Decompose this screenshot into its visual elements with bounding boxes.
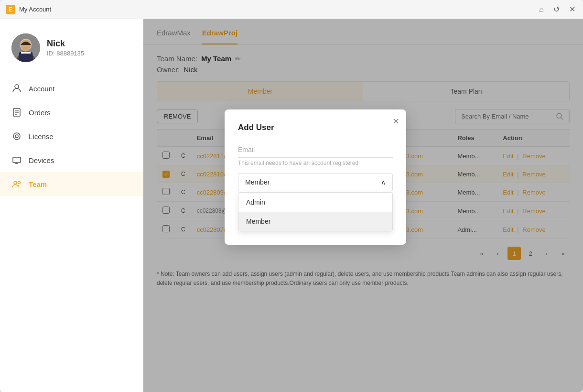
titlebar: E My Account ⌂ ↺ ✕ xyxy=(0,0,583,19)
email-input[interactable] xyxy=(238,142,393,158)
user-id: ID: 88889135 xyxy=(47,50,84,57)
license-icon xyxy=(11,131,22,142)
svg-point-16 xyxy=(14,181,17,184)
app-icon: E xyxy=(6,5,15,14)
refresh-button[interactable]: ↺ xyxy=(551,4,561,15)
svg-rect-5 xyxy=(21,52,31,54)
role-dropdown: Admin Member xyxy=(238,192,393,231)
svg-point-12 xyxy=(15,135,18,138)
sidebar-item-license[interactable]: License xyxy=(0,124,143,148)
team-icon xyxy=(11,179,22,189)
sidebar-item-license-label: License xyxy=(29,132,54,141)
window-title: My Account xyxy=(19,6,537,13)
person-icon xyxy=(11,83,22,94)
role-select: Member ∧ Admin Member xyxy=(238,173,393,231)
user-info: Nick ID: 88889135 xyxy=(47,39,84,57)
sidebar-item-orders[interactable]: Orders xyxy=(0,100,143,124)
sidebar-item-devices-label: Devices xyxy=(29,156,54,164)
main-content: EdrawMax EdrawProj Team Name: My Team ✏ … xyxy=(143,19,583,392)
sidebar-item-team[interactable]: Team xyxy=(0,172,143,196)
role-select-header[interactable]: Member ∧ xyxy=(238,173,393,191)
add-user-modal: ✕ Add User This email needs to have an a… xyxy=(225,109,406,245)
svg-rect-4 xyxy=(22,47,30,51)
user-name: Nick xyxy=(47,39,84,49)
window-controls: ⌂ ↺ ✕ xyxy=(537,4,577,15)
svg-point-17 xyxy=(18,182,21,184)
user-profile: Nick ID: 88889135 xyxy=(0,29,143,76)
svg-point-11 xyxy=(13,133,20,140)
modal-title: Add User xyxy=(238,123,393,132)
modal-close-button[interactable]: ✕ xyxy=(392,116,399,127)
role-option-member[interactable]: Member xyxy=(238,212,392,231)
orders-icon xyxy=(11,107,22,118)
email-hint: This email needs to have an account regi… xyxy=(238,160,393,166)
svg-point-6 xyxy=(15,85,19,88)
sidebar-item-account[interactable]: Account xyxy=(0,76,143,100)
sidebar-item-team-label: Team xyxy=(29,180,47,188)
close-button[interactable]: ✕ xyxy=(567,4,577,15)
devices-icon xyxy=(11,155,22,165)
modal-overlay: ✕ Add User This email needs to have an a… xyxy=(143,19,583,392)
sidebar: Nick ID: 88889135 Account xyxy=(0,19,143,392)
sidebar-item-account-label: Account xyxy=(29,85,54,93)
sidebar-item-orders-label: Orders xyxy=(29,109,51,117)
avatar xyxy=(11,33,40,62)
role-option-admin[interactable]: Admin xyxy=(238,193,392,212)
email-field-container: This email needs to have an account regi… xyxy=(238,142,393,166)
home-button[interactable]: ⌂ xyxy=(537,4,546,15)
svg-rect-13 xyxy=(13,157,21,163)
sidebar-item-devices[interactable]: Devices xyxy=(0,148,143,172)
chevron-up-icon: ∧ xyxy=(381,178,386,186)
role-selected-value: Member xyxy=(245,178,270,186)
